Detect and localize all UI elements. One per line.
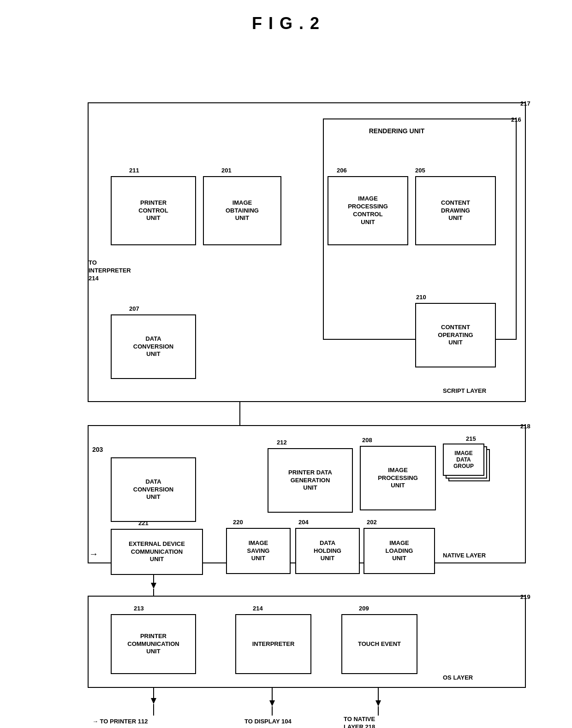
svg-marker-35 bbox=[375, 700, 381, 706]
ref-212: 212 bbox=[277, 439, 287, 446]
script-layer-label: SCRIPT LAYER bbox=[443, 387, 486, 394]
printer-data-gen-unit: PRINTER DATA GENERATION UNIT bbox=[268, 448, 353, 513]
content-operating-unit: CONTENT OPERATING UNIT bbox=[415, 303, 496, 367]
ref-221: 221 bbox=[138, 520, 149, 527]
ref-203: 203 bbox=[92, 446, 103, 453]
ref-202: 202 bbox=[367, 519, 377, 526]
ref-217: 217 bbox=[520, 100, 530, 107]
ref-219: 219 bbox=[520, 593, 530, 600]
svg-marker-32 bbox=[269, 700, 275, 706]
printer-control-unit: PRINTER CONTROL UNIT bbox=[111, 176, 196, 245]
ref-204: 204 bbox=[298, 519, 309, 526]
svg-marker-26 bbox=[151, 583, 156, 589]
to-printer-label: → TO PRINTER 112 bbox=[92, 718, 148, 725]
ref-211: 211 bbox=[129, 167, 139, 174]
image-proc-control-unit: IMAGE PROCESSING CONTROL UNIT bbox=[328, 176, 408, 245]
os-layer-label: OS LAYER bbox=[443, 674, 473, 681]
page-title: F I G . 2 bbox=[0, 0, 572, 42]
ref-213: 213 bbox=[134, 605, 144, 612]
ref-218: 218 bbox=[520, 423, 530, 430]
arrow-ext-device: → bbox=[89, 549, 98, 559]
data-holding-unit: DATA HOLDING UNIT bbox=[295, 528, 360, 574]
ref-209: 209 bbox=[359, 605, 369, 612]
ext-device-comm-unit: EXTERNAL DEVICE COMMUNICATION UNIT bbox=[111, 529, 203, 575]
to-native-layer-label: TO NATIVE LAYER 218 bbox=[344, 716, 375, 728]
image-processing-unit: IMAGE PROCESSING UNIT bbox=[360, 446, 436, 510]
ref-207: 207 bbox=[129, 305, 139, 312]
printer-comm-unit: PRINTER COMMUNICATION UNIT bbox=[111, 614, 196, 674]
data-conversion-unit-script: DATA CONVERSION UNIT bbox=[111, 314, 196, 379]
image-saving-unit: IMAGE SAVING UNIT bbox=[226, 528, 291, 574]
data-conversion-unit-native: DATA CONVERSION UNIT bbox=[111, 457, 196, 522]
to-display-label: TO DISPLAY 104 bbox=[244, 718, 292, 725]
image-loading-unit: IMAGE LOADING UNIT bbox=[363, 528, 435, 574]
interpreter-unit: INTERPRETER bbox=[235, 614, 311, 674]
to-interpreter-label: TO INTERPRETER 214 bbox=[89, 259, 131, 283]
ref-210: 210 bbox=[416, 294, 426, 301]
ref-205: 205 bbox=[415, 167, 425, 174]
rendering-unit-label: RENDERING UNIT bbox=[351, 121, 443, 142]
image-obtaining-unit: IMAGE OBTAINING UNIT bbox=[203, 176, 281, 245]
ref-220: 220 bbox=[233, 519, 243, 526]
native-layer-label: NATIVE LAYER bbox=[443, 552, 486, 559]
ref-208: 208 bbox=[362, 437, 372, 444]
touch-event-unit: TOUCH EVENT bbox=[341, 614, 417, 674]
svg-marker-29 bbox=[151, 698, 156, 704]
ref-201: 201 bbox=[221, 167, 232, 174]
content-drawing-unit: CONTENT DRAWING UNIT bbox=[415, 176, 496, 245]
ref-216: 216 bbox=[511, 116, 521, 123]
ref-206: 206 bbox=[337, 167, 347, 174]
ref-214: 214 bbox=[253, 605, 263, 612]
